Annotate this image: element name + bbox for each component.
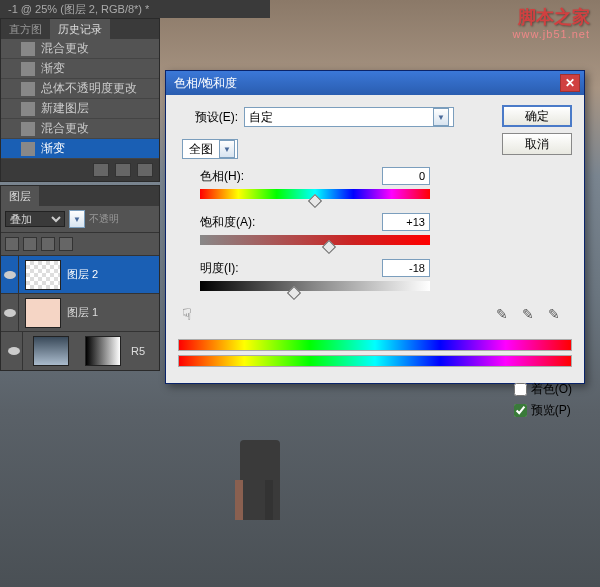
tab-history[interactable]: 历史记录 — [50, 19, 110, 39]
mask-row[interactable]: R5 — [1, 332, 159, 370]
lightness-input[interactable] — [382, 259, 430, 277]
lightness-slider[interactable] — [200, 281, 430, 291]
mask-label: R5 — [131, 345, 145, 357]
mask-thumbnail[interactable] — [85, 336, 121, 366]
visibility-toggle[interactable] — [5, 332, 23, 370]
layer-name: 图层 2 — [67, 267, 98, 282]
saturation-label: 饱和度(A): — [200, 214, 255, 231]
layer-name: 图层 1 — [67, 305, 98, 320]
dialog-title: 色相/饱和度 — [174, 75, 237, 92]
lock-pos-icon[interactable] — [41, 237, 55, 251]
eye-icon — [8, 347, 20, 355]
chevron-down-icon: ▼ — [219, 140, 235, 158]
gradient-icon — [21, 142, 35, 156]
watermark-url: www.jb51.net — [513, 28, 590, 40]
lightness-label: 明度(I): — [200, 260, 239, 277]
preset-select[interactable]: 自定 ▼ — [244, 107, 454, 127]
hue-spectrum-top — [178, 339, 572, 351]
mask-thumbnail[interactable] — [33, 336, 69, 366]
history-item[interactable]: 新建图层 — [1, 99, 159, 119]
scope-select[interactable]: 全图 ▼ — [182, 139, 238, 159]
hue-saturation-dialog: 色相/饱和度 ✕ 预设(E): 自定 ▼ 全图 ▼ 色相(H): — [165, 70, 585, 384]
blend-mode-select[interactable]: 叠加 — [5, 211, 65, 227]
eye-icon — [4, 271, 16, 279]
ok-button[interactable]: 确定 — [502, 105, 572, 127]
watermark: 脚本之家 — [518, 5, 590, 29]
layer-thumbnail[interactable] — [25, 298, 61, 328]
opacity-icon — [21, 82, 35, 96]
history-item[interactable]: 总体不透明度更改 — [1, 79, 159, 99]
close-button[interactable]: ✕ — [560, 74, 580, 92]
blend-icon — [21, 42, 35, 56]
history-panel: 直方图 历史记录 混合更改 渐变 总体不透明度更改 新建图层 混合更改 渐变 — [0, 18, 160, 182]
new-layer-icon — [21, 102, 35, 116]
opacity-label: 不透明 — [89, 212, 119, 226]
history-item[interactable]: 渐变 — [1, 59, 159, 79]
chevron-down-icon: ▼ — [433, 108, 449, 126]
history-item[interactable]: 混合更改 — [1, 119, 159, 139]
lock-pixel-icon[interactable] — [23, 237, 37, 251]
saturation-input[interactable] — [382, 213, 430, 231]
tab-histogram[interactable]: 直方图 — [1, 19, 50, 39]
hue-label: 色相(H): — [200, 168, 244, 185]
lock-trans-icon[interactable] — [5, 237, 19, 251]
layers-panel: 图层 叠加 ▼ 不透明 图层 2 图层 1 R5 — [0, 185, 160, 371]
trash-icon[interactable] — [137, 163, 153, 177]
history-item[interactable]: 混合更改 — [1, 39, 159, 59]
visibility-toggle[interactable] — [1, 294, 19, 332]
layer-item-selected[interactable]: 图层 2 — [1, 256, 159, 294]
hue-input[interactable] — [382, 167, 430, 185]
layer-thumbnail[interactable] — [25, 260, 61, 290]
layer-item[interactable]: 图层 1 — [1, 294, 159, 332]
eye-icon — [4, 309, 16, 317]
preset-label: 预设(E): — [178, 109, 238, 126]
tab-layers[interactable]: 图层 — [1, 186, 39, 206]
visibility-toggle[interactable] — [1, 256, 19, 294]
colorize-checkbox[interactable]: 着色(O) — [514, 381, 572, 398]
lock-all-icon[interactable] — [59, 237, 73, 251]
history-item-selected[interactable]: 渐变 — [1, 139, 159, 159]
eyedropper-sub-icon[interactable]: ✎ — [548, 306, 568, 324]
saturation-slider[interactable] — [200, 235, 430, 245]
hue-slider[interactable] — [200, 189, 430, 199]
hue-spectrum-bottom — [178, 355, 572, 367]
document-titlebar: -1 @ 25% (图层 2, RGB/8*) * — [0, 0, 270, 18]
cancel-button[interactable]: 取消 — [502, 133, 572, 155]
scrub-icon[interactable]: ☟ — [182, 305, 202, 325]
eyedropper-add-icon[interactable]: ✎ — [522, 306, 542, 324]
new-state-icon[interactable] — [115, 163, 131, 177]
blend-icon — [21, 122, 35, 136]
preview-checkbox[interactable]: 预览(P) — [514, 402, 572, 419]
eyedropper-icon[interactable]: ✎ — [496, 306, 516, 324]
dropdown-icon[interactable]: ▼ — [69, 210, 85, 228]
snapshot-icon[interactable] — [93, 163, 109, 177]
dialog-titlebar[interactable]: 色相/饱和度 ✕ — [166, 71, 584, 95]
gradient-icon — [21, 62, 35, 76]
